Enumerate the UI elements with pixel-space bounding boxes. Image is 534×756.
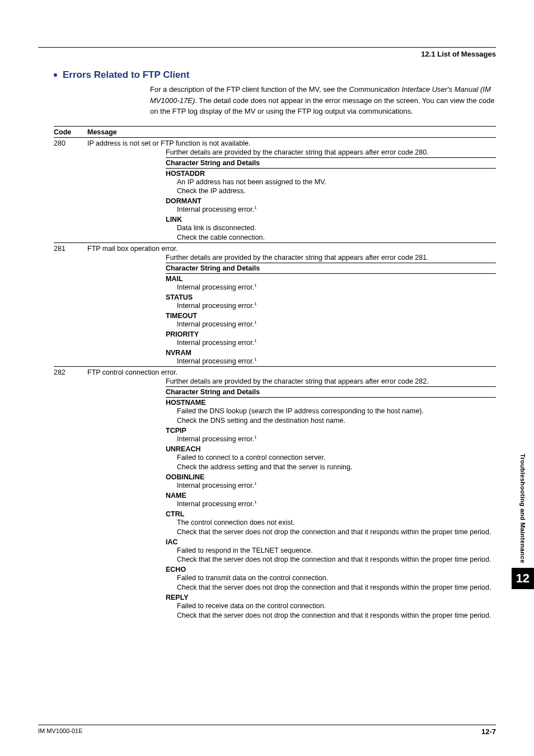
row-message: FTP control connection error.	[87, 368, 496, 376]
details-block: Further details are provided by the char…	[166, 253, 496, 366]
page-footer: IM MV1000-01E 12-7	[38, 725, 496, 736]
string-desc: Check the IP address.	[166, 186, 496, 196]
string-desc: Check that the server does not drop the …	[166, 583, 496, 592]
string-desc: Internal processing error.1	[166, 320, 496, 329]
footnote-ref: 1	[254, 320, 256, 325]
footer-left: IM MV1000-01E	[38, 727, 82, 736]
table-row: 282FTP control connection error.	[54, 366, 496, 376]
footer-right: 12-7	[481, 727, 496, 736]
footnote-ref: 1	[254, 481, 256, 486]
intro-part-2: . The detail code does not appear in the…	[150, 96, 495, 116]
string-desc: Check the DNS setting and the destinatio…	[166, 416, 496, 426]
string-desc: Check that the server does not drop the …	[166, 555, 496, 564]
string-desc: Failed to connect to a control connectio…	[166, 453, 496, 463]
details-intro: Further details are provided by the char…	[166, 376, 496, 386]
string-name: NVRAM	[166, 348, 496, 357]
row-message: FTP mail box operation error.	[87, 245, 496, 253]
side-tab: Troubleshooting and Maintenance 12	[512, 454, 534, 589]
string-name: HOSTNAME	[166, 398, 496, 407]
footnote-ref: 1	[254, 338, 256, 343]
string-name: LINK	[166, 214, 496, 223]
string-desc: Internal processing error.1	[166, 283, 496, 292]
string-desc: Failed to receive data on the control co…	[166, 601, 496, 611]
footnote-ref: 1	[254, 357, 256, 362]
string-desc: The control connection does not exist.	[166, 518, 496, 528]
footnote-ref: 1	[254, 283, 256, 288]
side-tab-chapter: 12	[512, 568, 534, 589]
details-block: Further details are provided by the char…	[166, 147, 496, 243]
row-code: 280	[54, 139, 87, 147]
details-block: Further details are provided by the char…	[166, 376, 496, 620]
string-name: DORMANT	[166, 196, 496, 205]
string-name: NAME	[166, 491, 496, 500]
string-name: UNREACH	[166, 444, 496, 453]
string-desc: Failed to respond in the TELNET sequence…	[166, 546, 496, 556]
string-desc: An IP address has not been assigned to t…	[166, 178, 496, 187]
table-header-code: Code	[54, 128, 87, 136]
row-message: IP address is not set or FTP function is…	[87, 139, 496, 147]
section-title-text: Errors Related to FTP Client	[63, 69, 189, 80]
side-tab-text: Troubleshooting and Maintenance	[519, 454, 526, 563]
running-header: 12.1 List of Messages	[38, 50, 496, 58]
string-desc: Internal processing error.1	[166, 205, 496, 214]
string-name: PRIORITY	[166, 329, 496, 338]
string-name: ECHO	[166, 564, 496, 573]
string-name: CTRL	[166, 509, 496, 518]
string-name: HOSTADDR	[166, 169, 496, 178]
footnote-ref: 1	[254, 205, 256, 210]
intro-part-1: For a description of the FTP client func…	[150, 85, 349, 94]
string-name: REPLY	[166, 592, 496, 601]
string-desc: Check the cable connection.	[166, 233, 496, 242]
details-header: Character String and Details	[166, 386, 496, 398]
table-header-row: Code Message	[54, 126, 496, 138]
details-header: Character String and Details	[166, 157, 496, 169]
string-desc: Internal processing error.1	[166, 500, 496, 509]
string-name: TCPIP	[166, 426, 496, 435]
string-desc: Data link is disconnected.	[166, 223, 496, 233]
string-desc: Check that the server does not drop the …	[166, 528, 496, 537]
string-desc: Check the address setting and that the s…	[166, 463, 496, 472]
bullet-icon	[54, 73, 57, 77]
string-desc: Internal processing error.1	[166, 301, 496, 311]
string-desc: Check that the server does not drop the …	[166, 611, 496, 620]
intro-paragraph: For a description of the FTP client func…	[150, 84, 496, 117]
row-code: 281	[54, 245, 87, 253]
string-desc: Internal processing error.1	[166, 481, 496, 491]
section-title: Errors Related to FTP Client	[54, 69, 496, 81]
footnote-ref: 1	[254, 500, 256, 505]
footnote-ref: 1	[254, 301, 256, 306]
details-intro: Further details are provided by the char…	[166, 147, 496, 157]
string-name: MAIL	[166, 274, 496, 283]
string-name: STATUS	[166, 292, 496, 301]
string-desc: Internal processing error.1	[166, 435, 496, 444]
string-desc: Failed the DNS lookup (search the IP add…	[166, 407, 496, 416]
table-row: 280IP address is not set or FTP function…	[54, 138, 496, 147]
string-desc: Failed to transmit data on the control c…	[166, 573, 496, 583]
table-header-message: Message	[87, 128, 496, 136]
string-desc: Internal processing error.1	[166, 338, 496, 348]
string-name: OOBINLINE	[166, 472, 496, 481]
details-header: Character String and Details	[166, 263, 496, 274]
string-name: IAC	[166, 537, 496, 546]
table-row: 281FTP mail box operation error.	[54, 242, 496, 253]
footnote-ref: 1	[254, 435, 256, 440]
string-name: TIMEOUT	[166, 311, 496, 320]
row-code: 282	[54, 368, 87, 376]
details-intro: Further details are provided by the char…	[166, 253, 496, 263]
string-desc: Internal processing error.1	[166, 357, 496, 366]
